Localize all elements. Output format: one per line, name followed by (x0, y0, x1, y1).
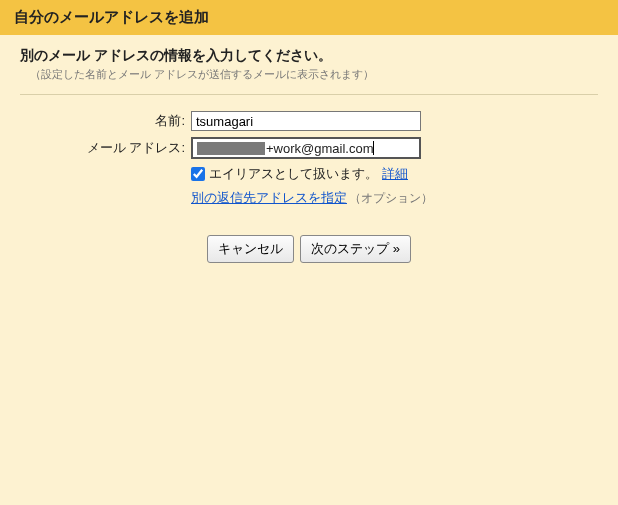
alias-label: エイリアスとして扱います。 (209, 165, 378, 183)
row-email: メール アドレス: +work@gmail.com (20, 137, 598, 159)
reply-to-link[interactable]: 別の返信先アドレスを指定 (191, 189, 347, 207)
instruction-sub: （設定した名前とメール アドレスが送信するメールに表示されます） (30, 67, 598, 82)
instruction-main: 別のメール アドレスの情報を入力してください。 (20, 47, 598, 65)
dialog-content: 別のメール アドレスの情報を入力してください。 （設定した名前とメール アドレス… (0, 35, 618, 283)
reply-to-note: （オプション） (349, 190, 433, 207)
redacted-block (197, 142, 265, 155)
row-reply-to: 別の返信先アドレスを指定 （オプション） (20, 189, 598, 207)
next-step-button[interactable]: 次のステップ » (300, 235, 411, 263)
alias-checkbox[interactable] (191, 167, 205, 181)
dialog-title: 自分のメールアドレスを追加 (14, 8, 209, 25)
row-name: 名前: (20, 111, 598, 131)
email-input[interactable]: +work@gmail.com (191, 137, 421, 159)
name-input[interactable] (191, 111, 421, 131)
button-row: キャンセル 次のステップ » (20, 235, 598, 263)
divider (20, 94, 598, 95)
alias-detail-link[interactable]: 詳細 (382, 165, 408, 183)
email-visible-text: +work@gmail.com (266, 141, 373, 156)
cancel-button[interactable]: キャンセル (207, 235, 294, 263)
email-label: メール アドレス: (20, 139, 191, 157)
text-caret (373, 141, 374, 155)
dialog-header: 自分のメールアドレスを追加 (0, 0, 618, 35)
name-label: 名前: (20, 112, 191, 130)
row-alias: エイリアスとして扱います。 詳細 (20, 165, 598, 183)
